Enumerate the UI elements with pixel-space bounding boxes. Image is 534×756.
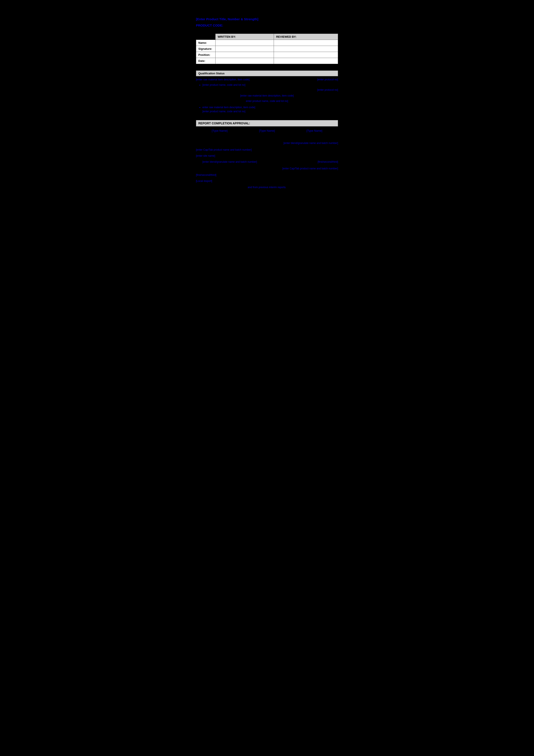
qual-protocol1: [enter protocol no]	[299, 78, 338, 82]
bottom-line2b: [first/second/third]	[318, 160, 338, 164]
approval-name-1: [Type Name]	[212, 129, 228, 132]
written-date-cell	[216, 58, 274, 64]
approval-name-3: [Type Name]	[306, 129, 322, 132]
qual-line2b: enter product name, code and lot no]	[246, 99, 288, 103]
row-label-name: Name:	[196, 40, 216, 46]
bottom-line5: and from previous interim reports.	[196, 185, 338, 189]
bottom-line2: [enter blend/granulate name and batch nu…	[202, 160, 257, 164]
written-reviewed-table: WRITTEN BY: REVIEWED BY: Name: Signature…	[196, 34, 338, 64]
reviewed-signature-cell	[274, 46, 338, 52]
bottom-line3b: [first/second/third]	[196, 173, 338, 177]
reviewed-by-header: REVIEWED BY:	[274, 34, 338, 40]
written-position-cell	[216, 52, 274, 58]
qual-bullet-list-2: enter raw material item description, ite…	[202, 105, 338, 114]
table-row: Position:	[196, 52, 338, 58]
bottom-line1b: [enter Cap/Tab product name and batch nu…	[196, 148, 338, 152]
written-signature-cell	[216, 46, 274, 52]
product-title: [Enter Product Title, Number & Strength]	[196, 17, 338, 21]
row-label-position: Position:	[196, 52, 216, 58]
qual-bullet-2a-text: enter raw material item description, ite…	[202, 106, 255, 113]
reviewed-position-cell	[274, 52, 338, 58]
qualification-header: Qualification Status	[196, 70, 338, 76]
qualification-section: Qualification Status [enter raw material…	[196, 70, 338, 114]
qual-line1: [enter raw material item description, it…	[196, 78, 299, 82]
bottom-line4: [Local /export]	[196, 179, 338, 183]
row-label-signature: Signature:	[196, 46, 216, 52]
qual-bullet-list: [enter product name, code and lot no]	[202, 83, 338, 87]
bottom-line3: [enter Cap/Tab product name and batch nu…	[282, 166, 338, 171]
qual-bullet-1: [enter product name, code and lot no]	[202, 83, 338, 87]
approval-names: [Type Name] [Type Name] [Type Name]	[196, 129, 338, 132]
report-approval-header: REPORT COMPLETION APPROVAL:	[196, 120, 338, 126]
row-label-date: Date:	[196, 58, 216, 64]
qual-bullet-2a: enter raw material item description, ite…	[202, 105, 338, 114]
table-row: Date:	[196, 58, 338, 64]
table-row: Signature:	[196, 46, 338, 52]
product-code: PRODUCT CODE:	[196, 23, 338, 27]
report-approval-section: REPORT COMPLETION APPROVAL: [Type Name] …	[196, 120, 338, 132]
bottom-line1c: [enter site name]	[196, 154, 338, 158]
reviewed-date-cell	[274, 58, 338, 64]
table-row: Name:	[196, 40, 338, 46]
qual-line2: [enter raw material item description, it…	[240, 94, 294, 97]
reviewed-name-cell	[274, 40, 338, 46]
written-name-cell	[216, 40, 274, 46]
bottom-section: [enter blend/granulate name and batch nu…	[196, 141, 338, 189]
approval-name-2: [Type Name]	[259, 129, 275, 132]
document-page: [Enter Product Title, Number & Strength]…	[170, 4, 364, 278]
report-approval-table: REPORT COMPLETION APPROVAL:	[196, 120, 338, 126]
written-by-header: WRITTEN BY:	[216, 34, 274, 40]
bottom-line1: [enter blend/granulate name and batch nu…	[283, 141, 338, 145]
qual-protocol2: [enter protocol no]	[196, 88, 338, 92]
